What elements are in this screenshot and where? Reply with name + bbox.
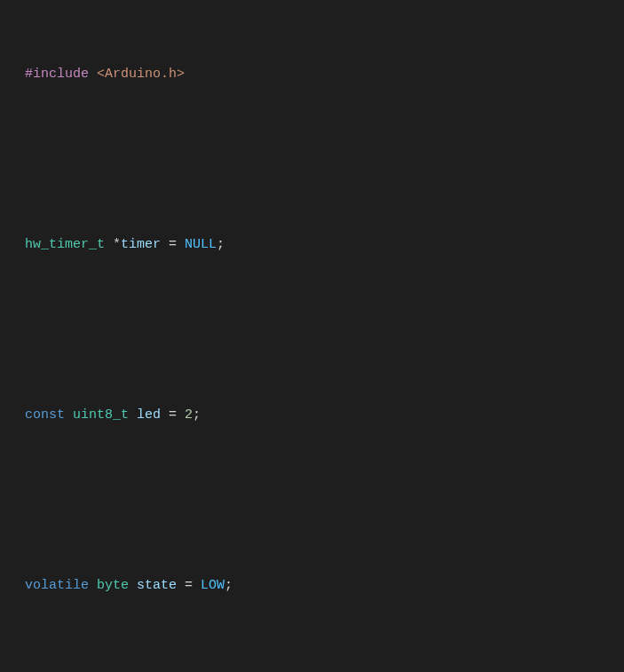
pn-token: ; [225, 578, 233, 593]
var-token: led [137, 407, 161, 423]
code-editor[interactable]: #include <Arduino.h> hw_timer_t *timer =… [0, 0, 624, 672]
code-line[interactable]: volatile byte state = LOW; [25, 575, 624, 597]
op-token: = [161, 407, 185, 423]
op-token: * [113, 237, 121, 252]
type-token: uint8_t [73, 407, 129, 423]
var-token: state [137, 578, 177, 593]
const-token: LOW [201, 578, 225, 593]
type-token: byte [97, 578, 129, 593]
var-token: timer [121, 237, 161, 252]
code-line[interactable] [25, 490, 624, 511]
code-line[interactable] [25, 660, 624, 672]
code-line[interactable]: hw_timer_t *timer = NULL; [25, 234, 624, 256]
keyword-token: volatile [25, 578, 89, 593]
code-line[interactable] [25, 320, 624, 341]
code-line[interactable] [25, 149, 624, 170]
op-token: = [177, 578, 201, 593]
pn-token: ; [193, 407, 201, 423]
code-line[interactable]: #include <Arduino.h> [25, 64, 624, 85]
keyword-token: const [25, 407, 65, 423]
header-token: <Arduino.h> [97, 67, 185, 82]
op-token: = [161, 237, 185, 252]
code-line[interactable]: const uint8_t led = 2; [25, 405, 624, 426]
directive-token: #include [25, 67, 89, 82]
pn-token: ; [217, 237, 225, 252]
const-token: NULL [185, 237, 217, 252]
type-token: hw_timer_t [25, 237, 105, 252]
num-token: 2 [185, 407, 193, 423]
